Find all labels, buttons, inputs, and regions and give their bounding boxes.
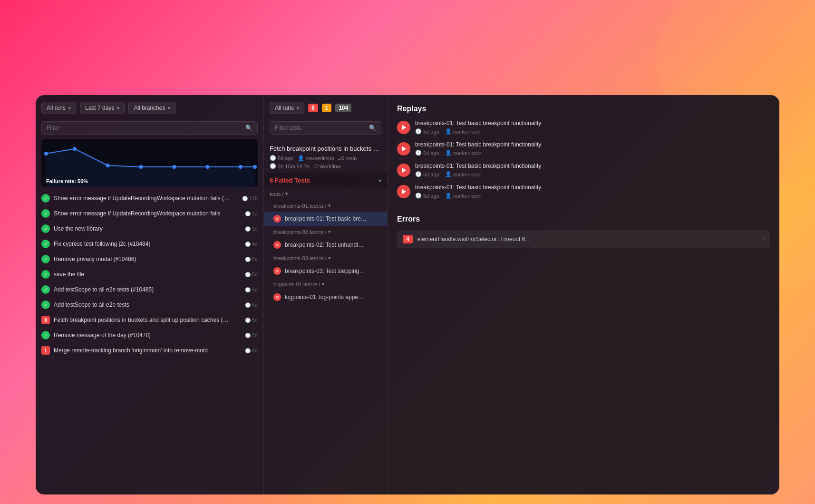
branch-label: All branches bbox=[134, 105, 165, 111]
middle-search-bar: 🔍 bbox=[270, 121, 381, 135]
replay-item[interactable]: breakpoints-01: Test basic breakpoint fu… bbox=[397, 184, 770, 199]
error-item[interactable]: 4 elementHandle.waitForSelector: Timeout… bbox=[397, 230, 770, 248]
item-label: Fix cypress test following j2c (#10484) bbox=[54, 241, 241, 247]
fail-icon: ✕ bbox=[273, 241, 281, 249]
author-name: markerikson bbox=[453, 129, 482, 135]
success-icon: ✓ bbox=[41, 240, 50, 248]
file-label: breakpoints-02.test.ts / bbox=[273, 229, 326, 235]
clock-icon: 🕐 bbox=[245, 333, 251, 338]
replay-play-button[interactable] bbox=[397, 164, 410, 177]
failed-tests-bar[interactable]: 8 Failed Tests ▾ bbox=[264, 173, 387, 188]
chevron-right-icon: › bbox=[762, 236, 764, 242]
success-icon: ✓ bbox=[41, 270, 50, 279]
test-files-section: tests / ▾ breakpoints-01.test.ts / ▾ ✕ b… bbox=[264, 188, 387, 304]
branch-dropdown[interactable]: All branches ▾ bbox=[128, 102, 175, 114]
list-item[interactable]: 1Merge remote-tracking branch 'origin/ma… bbox=[36, 343, 263, 358]
author-meta: 👤 markerikson bbox=[445, 171, 482, 177]
success-icon: ✓ bbox=[41, 285, 50, 294]
middle-panel: All runs ▾ 8 1 104 🔍 Fetch breakpoint po… bbox=[264, 95, 388, 494]
replay-item[interactable]: breakpoints-01: Test basic breakpoint fu… bbox=[397, 120, 770, 135]
list-item[interactable]: ✓Add testScope to all e2e tests (#10485)… bbox=[36, 282, 263, 297]
author-name: markerikson bbox=[306, 155, 334, 161]
clock-icon: 🕐 bbox=[415, 193, 422, 199]
list-item[interactable]: ✓Fix cypress test following j2c (#10484)… bbox=[36, 236, 263, 252]
replay-play-button[interactable] bbox=[397, 121, 410, 134]
user-icon: 👤 bbox=[445, 150, 452, 156]
clock-icon: 🕐 bbox=[245, 318, 251, 323]
replay-play-button[interactable] bbox=[397, 185, 410, 198]
test-run-meta: 🕐 5d ago 👤 markerikson ⎇ main bbox=[270, 155, 381, 161]
clock-icon: 🕐 bbox=[245, 272, 251, 277]
test-run-title: Fetch breakpoint positions in buckets an… bbox=[270, 145, 381, 152]
replay-item[interactable]: breakpoints-01: Test basic breakpoint fu… bbox=[397, 163, 770, 177]
replays-title: Replays bbox=[397, 105, 770, 113]
replay-info: breakpoints-01: Test basic breakpoint fu… bbox=[415, 141, 770, 156]
list-item[interactable]: ✓Remove message of the day (#10478)🕐 5d bbox=[36, 328, 263, 343]
all-runs-label: All runs bbox=[47, 105, 66, 111]
list-item[interactable]: 8Fetch breakpoint positions in buckets a… bbox=[36, 312, 263, 328]
duration-value: 2h 15m 54.7s bbox=[278, 164, 310, 169]
test-run-list: ✓Show error message if UpdateRecordingWo… bbox=[36, 191, 263, 494]
time-meta: 🕐 5d ago bbox=[415, 128, 439, 135]
test-case-row[interactable]: ✕ breakpoints-02: Test unhandl… bbox=[264, 238, 387, 252]
breakpoints-01-file[interactable]: breakpoints-01.test.ts / ▾ bbox=[264, 200, 387, 212]
item-time: 🕐 11h bbox=[242, 195, 258, 201]
replay-meta: 🕐 5d ago 👤 markerikson bbox=[415, 150, 770, 156]
item-label: Show error message if UpdateRecordingWor… bbox=[54, 195, 238, 202]
middle-runs-dropdown[interactable]: All runs ▾ bbox=[270, 102, 304, 114]
left-panel: All runs ▾ Last 7 days ▾ All branches ▾ … bbox=[36, 95, 264, 494]
breakpoints-03-file[interactable]: breakpoints-03.test.ts / ▾ bbox=[264, 252, 387, 264]
item-time: 🕐 5d bbox=[245, 332, 258, 338]
replay-play-button[interactable] bbox=[397, 142, 410, 155]
replay-meta: 🕐 5d ago 👤 markerikson bbox=[415, 128, 770, 135]
author-meta: 👤 markerikson bbox=[445, 128, 482, 135]
failure-rate-label: Failure rate: 50% bbox=[46, 178, 88, 184]
breakpoints-02-file[interactable]: breakpoints-02.test.ts / ▾ bbox=[264, 226, 387, 238]
author-name: markerikson bbox=[453, 150, 482, 156]
author-meta: 👤 markerikson bbox=[298, 155, 334, 161]
logpoints-01-file[interactable]: logpoints-01.test.ts / ▾ bbox=[264, 278, 387, 290]
replay-title: breakpoints-01: Test basic breakpoint fu… bbox=[415, 120, 770, 126]
chevron-down-icon: ▾ bbox=[328, 229, 331, 235]
list-item[interactable]: ✓Show error message if UpdateRecordingWo… bbox=[36, 206, 263, 221]
middle-search-input[interactable] bbox=[275, 125, 369, 131]
user-icon: 👤 bbox=[445, 193, 452, 199]
failed-tests-label: 8 Failed Tests bbox=[270, 177, 310, 184]
left-search-input[interactable] bbox=[47, 125, 245, 131]
user-icon: 👤 bbox=[445, 128, 452, 135]
list-item[interactable]: ✓Remove privacy modal (#10486)🕐 5d bbox=[36, 252, 263, 267]
fail-icon: ✕ bbox=[273, 215, 281, 223]
tests-folder[interactable]: tests / ▾ bbox=[264, 188, 387, 200]
file-label: logpoints-01.test.ts / bbox=[273, 281, 320, 287]
item-label: Use the new library bbox=[54, 225, 241, 232]
test-case-label: breakpoints-03: Test stepping… bbox=[285, 268, 365, 274]
clock-icon: 🕐 bbox=[415, 150, 422, 156]
list-item[interactable]: ✓Add testScope to all e2e tests🕐 5d bbox=[36, 297, 263, 312]
all-runs-dropdown[interactable]: All runs ▾ bbox=[41, 102, 76, 114]
left-search-bar: 🔍 bbox=[41, 121, 258, 135]
workflow-meta: ⬡ Workflow bbox=[313, 163, 341, 169]
list-item[interactable]: ✓Show error message if UpdateRecordingWo… bbox=[36, 191, 263, 206]
chevron-down-icon: ▾ bbox=[322, 281, 325, 287]
time-ago: 5d ago bbox=[423, 172, 439, 177]
list-item[interactable]: ✓Use the new library🕐 1d bbox=[36, 221, 263, 236]
time-range-dropdown[interactable]: Last 7 days ▾ bbox=[80, 102, 125, 114]
list-item[interactable]: ✓save the file🕐 5d bbox=[36, 267, 263, 282]
item-time: 🕐 5d bbox=[245, 271, 258, 277]
search-icon: 🔍 bbox=[369, 125, 376, 131]
clock-icon: 🕐 bbox=[270, 155, 276, 161]
item-label: Add testScope to all e2e tests (#10485) bbox=[54, 286, 241, 293]
chevron-down-icon: ▾ bbox=[285, 191, 288, 197]
time-ago: 5d ago bbox=[423, 150, 439, 156]
clock-icon: 🕐 bbox=[415, 171, 422, 177]
clock-icon: 🕐 bbox=[245, 211, 251, 216]
test-case-row[interactable]: ✕ logpoints-01: log-points appe… bbox=[264, 290, 387, 304]
workflow-icon: ⬡ bbox=[313, 163, 318, 169]
chevron-down-icon: ▾ bbox=[168, 106, 170, 111]
content-area: All runs ▾ Last 7 days ▾ All branches ▾ … bbox=[36, 95, 779, 494]
test-case-row[interactable]: ✕ breakpoints-03: Test stepping… bbox=[264, 264, 387, 278]
replay-item[interactable]: breakpoints-01: Test basic breakpoint fu… bbox=[397, 141, 770, 156]
test-case-row[interactable]: ✕ breakpoints-01: Test basic bre… bbox=[264, 212, 387, 226]
item-label: Remove privacy modal (#10486) bbox=[54, 256, 241, 262]
fail-icon: ✕ bbox=[273, 267, 281, 275]
